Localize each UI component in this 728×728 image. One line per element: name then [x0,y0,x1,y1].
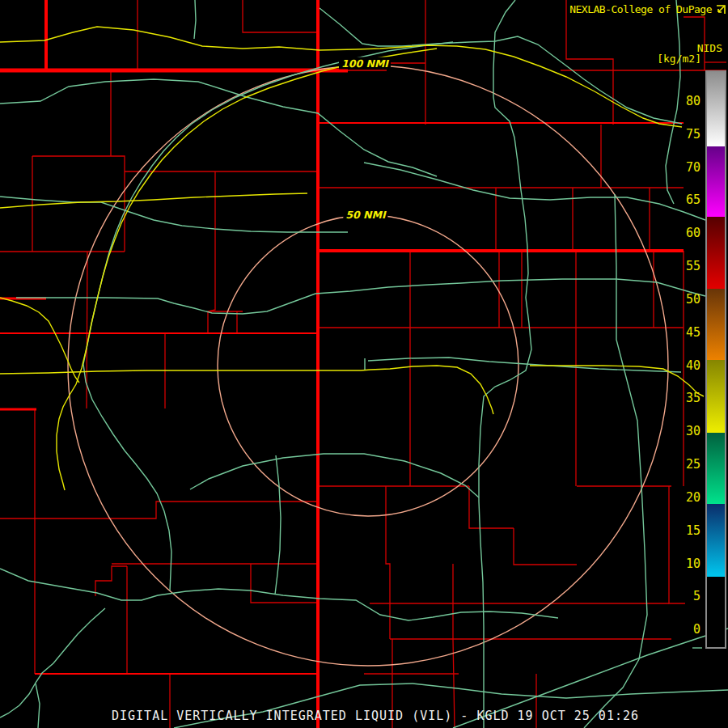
product-caption: DIGITAL VERTICALLY INTEGRATED LIQUID (VI… [112,709,639,723]
county-boundary-line [453,564,455,728]
county-boundary-line [95,566,127,596]
colorbar-tick-label: 30 [686,424,700,438]
road-line-green [194,0,196,39]
colorbar-tick-label: 60 [686,226,700,240]
road-line-green [0,569,558,620]
colorbar-tick-label: 20 [686,490,700,505]
county-boundary-line [208,171,215,333]
colorbar-tick-label: 25 [686,457,700,472]
colorbar-tick-label: 5 [693,589,700,603]
range-ring [218,215,518,516]
radar-viewer: 80757065605550454035302520151050 50 NMI … [0,0,728,728]
colorbar-tick-label: 0 [693,622,700,637]
road-line-yellow [530,366,704,396]
county-boundary-line [669,486,685,603]
county-boundary-line [251,564,318,603]
colorbar-gradient [707,72,725,647]
county-boundary-line [514,528,577,565]
range-ring-label-100nmi: 100 NMI [339,57,391,70]
colorbar-tick-label: 40 [686,358,700,373]
road-line-green [584,194,647,728]
radar-map-canvas [0,0,728,728]
range-ring-label-50nmi: 50 NMI [343,209,387,221]
colorbar-tick-label: 45 [686,325,700,340]
road-line-green [0,197,348,232]
road-line-green [16,294,315,314]
road-line-green [0,608,105,717]
road-line-green [364,163,705,220]
road-line-yellow [0,27,682,127]
units-label: [kg/m2] [657,53,701,65]
road-line-green [0,79,437,176]
road-line-green [190,454,479,497]
colorbar-tick-label: 35 [686,391,700,405]
colorbar-tick-label: 10 [686,557,700,571]
header: NEXLAB-College of DuPage [569,3,726,15]
road-line-yellow [57,49,437,490]
brand-title[interactable]: NEXLAB-College of DuPage [569,3,712,15]
external-link-icon[interactable] [715,4,726,15]
road-line-yellow [0,298,79,383]
road-line-green [275,455,281,595]
colorbar-tick-label: 70 [686,160,700,175]
road-line-green [315,279,705,296]
county-boundary-line [469,486,514,528]
road-line-green [666,0,680,204]
road-line-green [36,684,40,728]
colorbar-tick-label: 15 [686,523,700,538]
colorbar-tick-label: 50 [686,292,700,307]
colorbar [705,70,726,649]
colorbar-tick-label: 80 [686,94,700,108]
colorbar-tick-label: 65 [686,193,700,207]
county-boundary-line [0,502,318,518]
county-boundary-line [243,0,318,32]
county-boundary-line [566,0,613,125]
colorbar-tick-label: 55 [686,259,700,273]
road-line-yellow [0,366,493,414]
colorbar-tick-label: 75 [686,127,700,142]
road-line-green [368,358,681,372]
road-line-green [83,42,453,590]
